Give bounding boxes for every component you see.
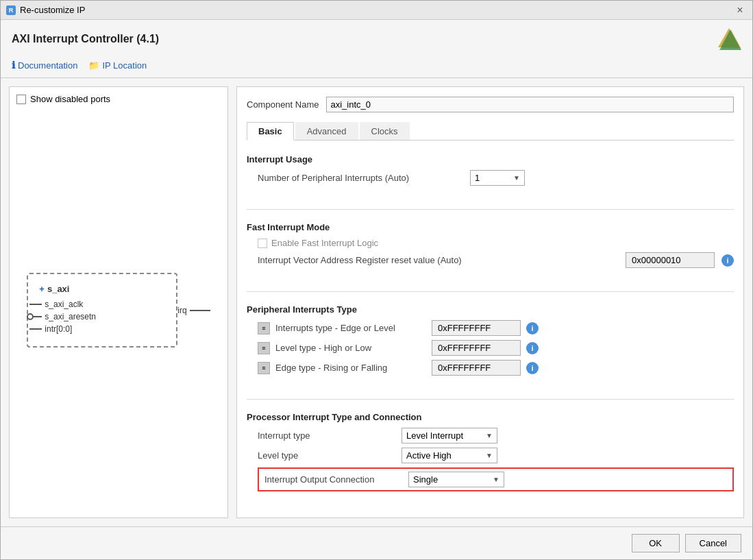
num-interrupts-label: Number of Peripheral Interrupts (Auto): [258, 173, 463, 183]
output-connection-label: Interrupt Output Connection: [264, 474, 402, 485]
component-name-input[interactable]: [326, 97, 735, 112]
divider-2: [247, 291, 734, 292]
it-info-btn-2[interactable]: i: [526, 362, 539, 374]
block-s-axi: s_axi: [47, 284, 70, 294]
level-type-value: Active High: [406, 450, 452, 461]
tabs: Basic Advanced Clocks: [247, 122, 734, 141]
port-s-axi-aclk: s_axi_aclk: [42, 300, 165, 309]
nav-links: ℹ Documentation 📁 IP Location: [12, 57, 741, 73]
fast-interrupt-section: Fast Interrupt Mode Enable Fast Interrup…: [247, 222, 734, 272]
level-type-row: Level type Active High ▼: [247, 448, 734, 463]
info-icon: ℹ: [12, 60, 15, 71]
output-connection-dropdown[interactable]: Single ▼: [408, 472, 504, 487]
it-icon-0: ≡: [258, 322, 270, 334]
tab-clocks[interactable]: Clocks: [360, 122, 410, 140]
output-connection-arrow: ▼: [493, 476, 499, 483]
interrupt-type-dropdown[interactable]: Level Interrupt ▼: [402, 428, 497, 443]
ip-location-link[interactable]: 📁 IP Location: [88, 60, 147, 71]
logo-icon: [717, 27, 741, 51]
it-info-btn-1[interactable]: i: [526, 342, 539, 354]
enable-fast-interrupt-label: Enable Fast Interrupt Logic: [271, 238, 378, 248]
it-label-1: Level type - High or Low: [275, 343, 426, 353]
main-content: Show disabled ports + s_axi s_axi_aclk: [1, 78, 752, 526]
title-icon: R: [6, 5, 16, 15]
output-connection-value: Single: [413, 474, 438, 485]
left-panel: Show disabled ports + s_axi s_axi_aclk: [9, 86, 228, 518]
documentation-link[interactable]: ℹ Documentation: [12, 60, 77, 71]
peripheral-interrupts-title: Peripheral Interrupts Type: [247, 304, 734, 315]
app-title: AXI Interrupt Controller (4.1): [12, 33, 159, 45]
divider-3: [247, 399, 734, 400]
title-text: Re-customize IP: [20, 5, 85, 15]
interrupts-type-row-1: ≡ Level type - High or Low 0xFFFFFFFF i: [247, 340, 734, 356]
divider-1: [247, 209, 734, 210]
num-interrupts-dropdown[interactable]: 1 ▼: [470, 170, 525, 186]
irq-connector: irq: [177, 306, 210, 315]
component-name-label: Component Name: [247, 99, 319, 110]
it-info-btn-0[interactable]: i: [526, 322, 539, 334]
output-connection-highlighted-row: Interrupt Output Connection Single ▼: [258, 467, 734, 491]
it-label-2: Edge type - Rising or Falling: [275, 363, 426, 373]
interrupts-type-row-2: ≡ Edge type - Rising or Falling 0xFFFFFF…: [247, 360, 734, 376]
close-button[interactable]: ×: [733, 3, 747, 17]
it-label-0: Interrupts type - Edge or Level: [275, 323, 426, 333]
footer: OK Cancel: [1, 526, 752, 559]
interrupt-type-value: Level Interrupt: [406, 430, 463, 441]
app-header: AXI Interrupt Controller (4.1) ℹ Documen…: [1, 20, 752, 78]
enable-fast-interrupt-row: Enable Fast Interrupt Logic: [247, 238, 734, 248]
cancel-button[interactable]: Cancel: [685, 534, 741, 552]
title-bar: R Re-customize IP ×: [1, 1, 752, 20]
enable-fast-interrupt-checkbox[interactable]: [258, 239, 267, 248]
port-intr: intr[0:0]: [42, 324, 165, 334]
level-type-arrow: ▼: [486, 452, 493, 459]
peripheral-interrupts-section: Peripheral Interrupts Type ≡ Interrupts …: [247, 304, 734, 380]
plus-icon: +: [39, 284, 45, 294]
component-name-row: Component Name: [247, 97, 734, 112]
it-value-2: 0xFFFFFFFF: [432, 360, 521, 376]
it-icon-2: ≡: [258, 362, 270, 374]
interrupt-type-arrow: ▼: [486, 432, 493, 439]
diagram-area: + s_axi s_axi_aclk s_axi_aresetn: [16, 110, 221, 511]
tab-advanced[interactable]: Advanced: [295, 122, 358, 140]
ports-list: s_axi_aclk s_axi_aresetn intr[0:0]: [39, 300, 165, 334]
num-interrupts-value: 1: [475, 173, 480, 183]
show-ports-row: Show disabled ports: [16, 94, 221, 104]
folder-icon: 📁: [88, 60, 99, 71]
processor-interrupt-section: Processor Interrupt Type and Connection …: [247, 412, 734, 496]
interrupt-type-label: Interrupt type: [258, 430, 395, 441]
port-s-axi-aresetn: s_axi_aresetn: [42, 312, 165, 321]
num-interrupts-arrow: ▼: [513, 174, 520, 182]
processor-interrupt-title: Processor Interrupt Type and Connection: [247, 412, 734, 422]
interrupt-usage-title: Interrupt Usage: [247, 154, 734, 165]
it-icon-1: ≡: [258, 342, 270, 354]
right-panel: Component Name Basic Advanced Clocks Int…: [236, 86, 744, 518]
interrupts-type-row-0: ≡ Interrupts type - Edge or Level 0xFFFF…: [247, 320, 734, 336]
it-value-1: 0xFFFFFFFF: [432, 340, 521, 356]
block-diagram: + s_axi s_axi_aclk s_axi_aresetn: [27, 273, 177, 348]
vector-info-button[interactable]: i: [721, 254, 734, 267]
irq-label: irq: [177, 306, 186, 315]
vector-row: Interrupt Vector Address Register reset …: [247, 252, 734, 268]
num-interrupts-row: Number of Peripheral Interrupts (Auto) 1…: [247, 170, 734, 186]
level-type-label: Level type: [258, 450, 395, 461]
interrupt-type-row: Interrupt type Level Interrupt ▼: [247, 428, 734, 443]
show-ports-checkbox[interactable]: [16, 95, 26, 104]
tab-basic[interactable]: Basic: [247, 122, 294, 141]
fast-interrupt-title: Fast Interrupt Mode: [247, 222, 734, 232]
it-value-0: 0xFFFFFFFF: [432, 320, 521, 336]
show-ports-label: Show disabled ports: [30, 94, 110, 104]
interrupt-usage-section: Interrupt Usage Number of Peripheral Int…: [247, 154, 734, 190]
vector-value: 0x00000010: [626, 252, 715, 268]
ok-button[interactable]: OK: [632, 534, 680, 552]
irq-wire: [190, 310, 210, 311]
vector-label: Interrupt Vector Address Register reset …: [258, 255, 619, 265]
level-type-dropdown[interactable]: Active High ▼: [402, 448, 497, 463]
